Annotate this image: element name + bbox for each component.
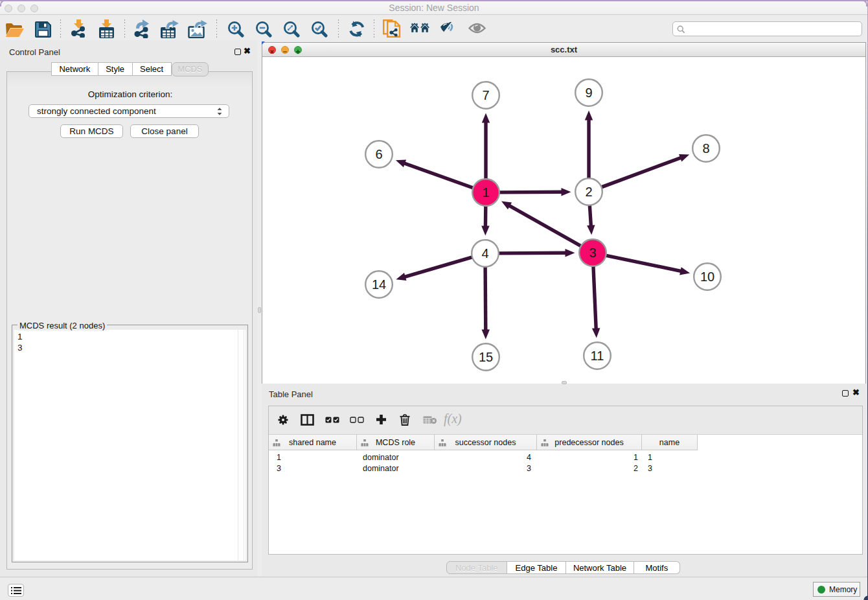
svg-text:15: 15 bbox=[479, 350, 493, 364]
svg-text:10: 10 bbox=[700, 270, 714, 284]
svg-text:7: 7 bbox=[482, 88, 489, 102]
svg-text:4: 4 bbox=[481, 246, 488, 260]
svg-text:6: 6 bbox=[375, 147, 382, 161]
svg-text:3: 3 bbox=[589, 246, 596, 260]
svg-text:2: 2 bbox=[585, 185, 592, 199]
svg-text:8: 8 bbox=[702, 141, 709, 156]
svg-text:11: 11 bbox=[591, 349, 604, 363]
svg-text:14: 14 bbox=[372, 277, 386, 292]
svg-text:9: 9 bbox=[585, 86, 592, 100]
svg-text:1: 1 bbox=[482, 185, 489, 200]
